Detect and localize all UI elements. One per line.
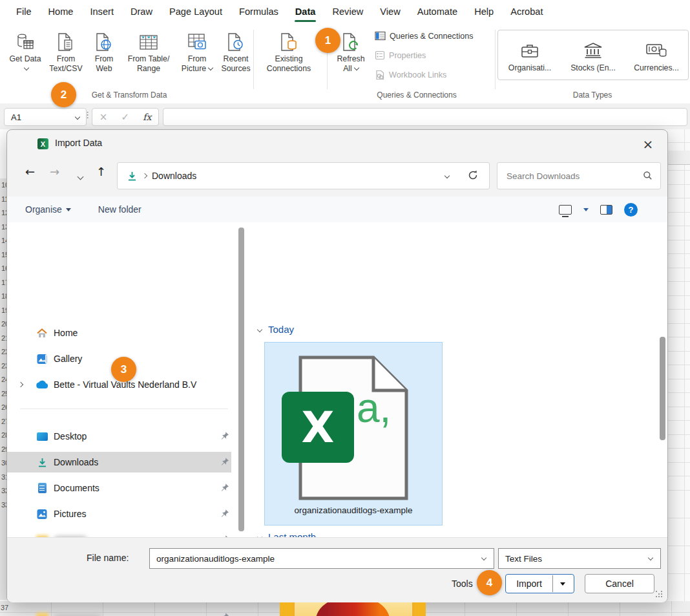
spreadsheet-grid-right <box>667 129 690 616</box>
refresh-icon[interactable] <box>467 169 479 181</box>
excel-app-icon: X <box>37 138 48 149</box>
menu-tab-insert[interactable]: Insert <box>81 1 122 23</box>
breadcrumb-downloads[interactable]: Downloads <box>152 171 196 181</box>
cancel-x-icon[interactable]: × <box>99 111 108 123</box>
group-label-data-types: Data Types <box>497 90 687 100</box>
back-arrow-button[interactable]: ← <box>25 165 35 178</box>
step-badge-2: 2 <box>51 82 76 107</box>
cancel-button[interactable]: Cancel <box>585 574 654 593</box>
recent-sources-button[interactable]: Recent Sources <box>216 28 256 74</box>
file-type-value: Text Files <box>505 554 542 564</box>
new-folder-button[interactable]: New folder <box>98 204 141 215</box>
chevron-right-icon <box>142 173 147 178</box>
dialog-command-bar: Organise New folder ? <box>7 196 667 223</box>
chevron-down-icon <box>481 555 486 560</box>
menu-tab-view[interactable]: View <box>371 1 408 23</box>
step-badge-1: 1 <box>315 28 340 53</box>
chevron-down-icon <box>75 114 80 120</box>
recent-locations-button[interactable] <box>76 171 83 183</box>
step-badge-3: 3 <box>111 357 136 382</box>
drag-handle-dots[interactable]: ⋮ <box>83 110 92 120</box>
menu-tab-file[interactable]: File <box>8 1 40 23</box>
sidebar-item-blurred[interactable] <box>7 607 231 616</box>
menu-tab-review[interactable]: Review <box>324 1 371 23</box>
data-type-organisation[interactable]: Organisati... <box>499 37 560 72</box>
existing-connections-button[interactable]: Existing Connections <box>258 28 319 74</box>
help-icon[interactable]: ? <box>624 203 638 217</box>
from-table-range-button[interactable]: From Table/ Range <box>121 28 176 74</box>
data-type-currencies[interactable]: Currencies... <box>626 37 687 72</box>
file-name-field[interactable] <box>149 548 494 569</box>
breadcrumb[interactable]: Downloads <box>117 162 490 189</box>
recent-clock-icon <box>227 28 245 52</box>
sidebar-item-desktop[interactable]: Desktop <box>7 426 231 447</box>
forward-arrow-button[interactable]: → <box>50 165 59 178</box>
workbook-links-button[interactable]: Workbook Links <box>375 70 446 80</box>
menu-tab-automate[interactable]: Automate <box>409 1 466 23</box>
from-picture-button[interactable]: From Picture <box>177 28 217 74</box>
sidebar-item-documents[interactable]: Documents <box>7 478 231 498</box>
import-dropdown-caret-icon[interactable] <box>553 582 572 586</box>
menu-tab-draw[interactable]: Draw <box>122 1 161 23</box>
sidebar-item-pictures[interactable]: Pictures <box>7 504 231 524</box>
pin-icon[interactable] <box>220 457 230 469</box>
enter-check-icon[interactable]: ✓ <box>121 111 129 123</box>
dialog-title-bar: X Import Data × <box>7 130 667 158</box>
collapse-chevron-icon <box>257 326 262 332</box>
refresh-icon <box>341 28 361 52</box>
sidebar-separator <box>20 409 228 409</box>
pictures-icon <box>36 509 48 520</box>
from-web-button[interactable]: From Web <box>88 28 120 74</box>
file-tile-selected[interactable]: X a, organizationauditlogs-example <box>264 342 443 526</box>
menu-tab-home[interactable]: Home <box>40 1 82 23</box>
queries-window-icon <box>375 31 386 41</box>
view-mode-icon[interactable] <box>559 205 572 215</box>
close-icon[interactable]: × <box>639 135 657 153</box>
from-text-csv-button[interactable]: From Text/CSV <box>45 28 87 74</box>
search-box[interactable] <box>497 162 661 189</box>
name-box[interactable]: A1 <box>4 108 87 126</box>
resize-grip[interactable] <box>656 591 664 599</box>
preview-pane-icon[interactable] <box>600 205 612 215</box>
get-data-button[interactable]: Get Data <box>6 28 44 74</box>
database-icon <box>16 28 35 52</box>
sidebar-scrollbar[interactable] <box>238 228 244 531</box>
organise-menu[interactable]: Organise <box>25 204 71 215</box>
properties-button[interactable]: Properties <box>375 50 426 60</box>
import-button[interactable]: Import <box>505 574 574 593</box>
insert-function-button[interactable]: fx <box>143 112 151 122</box>
file-type-select[interactable]: Text Files <box>498 548 661 569</box>
pin-icon[interactable] <box>220 612 230 616</box>
dialog-body: Home Gallery <box>7 222 667 537</box>
file-name-field-label: File name: <box>87 553 129 563</box>
pin-icon[interactable] <box>220 509 230 520</box>
caret-down-icon <box>66 208 71 211</box>
pin-icon[interactable] <box>220 483 230 494</box>
data-type-stocks[interactable]: Stocks (En... <box>563 37 623 72</box>
view-mode-caret-icon[interactable] <box>583 208 589 211</box>
file-list-scrollbar[interactable] <box>660 337 665 440</box>
menu-tab-acrobat[interactable]: Acrobat <box>502 1 551 23</box>
address-dropdown-icon[interactable] <box>444 173 450 178</box>
menu-tab-page-layout[interactable]: Page Layout <box>161 1 231 23</box>
tools-menu[interactable]: Tools <box>452 579 473 589</box>
menu-tab-formulas[interactable]: Formulas <box>231 1 287 23</box>
csv-a-glyph: a, <box>357 384 391 432</box>
search-input[interactable] <box>505 163 631 189</box>
onedrive-cloud-icon <box>36 380 48 389</box>
home-icon <box>36 328 48 339</box>
chevron-down-icon <box>354 65 359 70</box>
sidebar-item-downloads[interactable]: Downloads <box>7 452 231 473</box>
up-arrow-button[interactable]: ↑ <box>96 165 106 178</box>
queries-connections-button[interactable]: Queries & Connections <box>375 31 474 41</box>
expand-chevron-icon[interactable] <box>16 379 23 390</box>
file-name-input[interactable] <box>155 549 474 568</box>
workbook-links-label: Workbook Links <box>389 70 446 80</box>
sidebar-item-home[interactable]: Home <box>7 323 231 343</box>
section-header-today[interactable]: Today <box>258 324 294 335</box>
menu-tab-data[interactable]: Data <box>287 1 324 23</box>
ribbon-separator <box>253 30 254 89</box>
pin-icon[interactable] <box>220 431 230 443</box>
menu-tab-help[interactable]: Help <box>466 1 502 23</box>
formula-input[interactable] <box>163 108 687 126</box>
